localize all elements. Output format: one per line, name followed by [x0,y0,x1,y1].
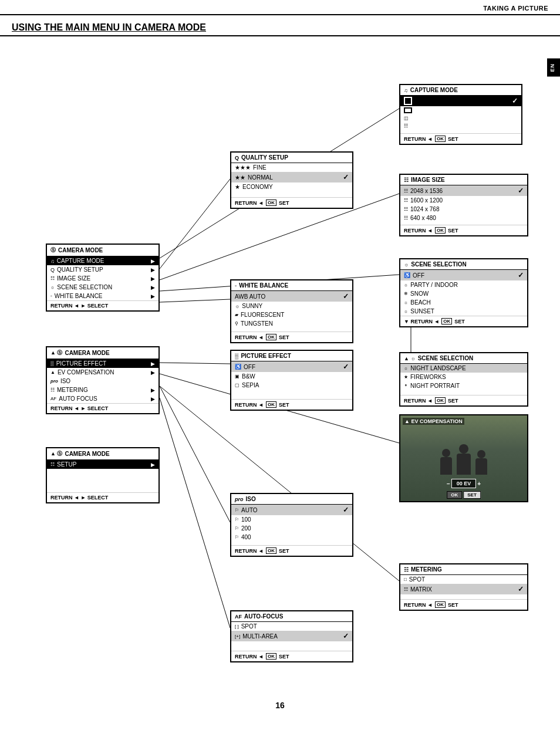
img-1600[interactable]: ☷ 1600 x 1200 [400,196,527,205]
img-1024[interactable]: ☷ 1024 x 768 [400,205,527,214]
quality-footer: RETURN ◄ OK SET [231,197,352,208]
cam1-item-quality[interactable]: Q QUALITY SETUP ▶ [47,265,158,274]
picture-effect-box: ▒ PICTURE EFFECT ♿ OFF ✓ ▣ B&W ▢ SEPIA R… [230,350,353,411]
cam2-footer: RETURN ◄ ► SELECT [47,403,158,413]
scene1-party[interactable]: ☼ PARTY / INDOOR [400,280,527,289]
ev-title: ▲ EV COMPENSATION [403,418,464,425]
quality-economy[interactable]: ★ ECONOMY [231,182,352,191]
pe-footer: RETURN ◄ OK SET [231,399,352,410]
wb-title: ◦ WHITE BALANCE [231,280,352,291]
cam2-item-metering[interactable]: ☷ METERING ▶ [47,386,158,394]
capture-mode-box: ♫ CAPTURE MODE ✓ ◫ ☷ RETURN ◄ OK SET [399,84,522,145]
af-spot[interactable]: [ ] SPOT [231,622,352,631]
image-size-box: ☷ IMAGE SIZE ☷ 2048 x 1536 ✓ ☷ 1600 x 12… [399,174,528,236]
camera-mode-1-box: Ⓢ CAMERA MODE ♫ CAPTURE MODE ▶ Q QUALITY… [46,244,160,312]
page-number: 16 [275,701,285,710]
wb-auto[interactable]: AWB AUTO ✓ [231,291,352,302]
top-bar: TAKING A PICTURE [0,0,560,15]
scene2-night[interactable]: ☼ NIGHT LANDSCAPE [400,364,527,373]
iso-box: pro ISO ⚐ AUTO ✓ ⚐ 100 ⚐ 200 ⚐ 400 RETUR… [230,493,353,557]
quality-normal[interactable]: ★★ NORMAL ✓ [231,172,352,182]
capture-item-4[interactable]: ☷ [400,122,521,130]
capture-item-2[interactable] [400,106,521,114]
scene2-title: ▲ ☼ SCENE SELECTION [400,353,527,364]
scene1-beach[interactable]: ☼ BEACH [400,298,527,307]
svg-line-7 [160,386,230,522]
svg-line-4 [160,299,230,302]
scene1-title: ☼ SCENE SELECTION [400,259,527,270]
scene1-sunset[interactable]: ☼ SUNSET [400,307,527,316]
ev-compensation-box: ▲ EV COMPENSATION − 00 EV + [399,414,528,502]
af-footer: RETURN ◄ OK SET [231,651,352,661]
af-title: AF AUTO-FOCUS [231,611,352,622]
camera-mode-1-title: Ⓢ CAMERA MODE [47,245,158,256]
quality-setup-box: Q QUALITY SETUP ★★★ FINE ★★ NORMAL ✓ ★ E… [230,151,353,209]
side-tab: EN [547,59,560,77]
img-footer: RETURN ◄ OK SET [400,225,527,235]
cam1-item-image[interactable]: ☷ IMAGE SIZE ▶ [47,274,158,283]
metering-footer: RETURN ◄ OK SET [400,599,527,610]
af-multi[interactable]: [+] MULTI-AREA ✓ [231,631,352,641]
capture-title: ♫ CAPTURE MODE [400,85,521,96]
iso-footer: RETURN ◄ OK SET [231,545,352,556]
wb-fluor[interactable]: ▰ FLUORESCENT [231,310,352,319]
wb-tungsten[interactable]: ⚲ TUNGSTEN [231,319,352,328]
capture-footer: RETURN ◄ OK SET [400,133,521,144]
svg-line-1 [160,179,230,269]
svg-line-5 [160,363,230,364]
camera-mode-2-box: ▲ Ⓢ CAMERA MODE ▒ PICTURE EFFECT ▶ ▲ EV … [46,346,160,414]
scene-sel-1-box: ☼ SCENE SELECTION ♿ OFF ✓ ☼ PARTY / INDO… [399,258,528,327]
camera-mode-3-title: ▲ Ⓢ CAMERA MODE [47,448,158,460]
iso-100[interactable]: ⚐ 100 [231,515,352,524]
pe-off[interactable]: ♿ OFF ✓ [231,361,352,372]
wb-sunny[interactable]: ☼ SUNNY [231,302,352,310]
pe-sepia[interactable]: ▢ SEPIA [231,381,352,390]
cam3-item-setup[interactable]: ☷ SETUP ▶ [47,460,158,469]
quality-fine[interactable]: ★★★ FINE [231,163,352,172]
cam3-footer: RETURN ◄ ► SELECT [47,492,158,502]
auto-focus-box: AF AUTO-FOCUS [ ] SPOT [+] MULTI-AREA ✓ … [230,610,353,662]
img-640[interactable]: ☷ 640 x 480 [400,214,527,222]
img-2048[interactable]: ☷ 2048 x 1536 ✓ [400,185,527,196]
cam2-item-iso[interactable]: pro ISO [47,377,158,386]
scene2-footer: RETURN ◄ OK SET [400,395,527,405]
scene2-fireworks[interactable]: ★ FIREWORKS [400,373,527,381]
metering-spot[interactable]: □ SPOT [400,575,527,584]
cam1-item-wb[interactable]: ◦ WHITE BALANCE ▶ [47,292,158,300]
scene1-footer: ▼ RETURN ◄ OK SET [400,316,527,326]
cam1-item-scene[interactable]: ☼ SCENE SELECTION ▶ [47,283,158,292]
cam1-item-capture[interactable]: ♫ CAPTURE MODE ▶ [47,256,158,265]
img-title: ☷ IMAGE SIZE [400,175,527,185]
cam2-item-ev[interactable]: ▲ EV COMPENSATION ▶ [47,368,158,377]
metering-title: ☷ METERING [400,564,527,575]
capture-item-3[interactable]: ◫ [400,114,521,122]
iso-title: pro ISO [231,494,352,505]
scene1-off[interactable]: ♿ OFF ✓ [400,270,527,280]
metering-box: ☷ METERING □ SPOT ☷ MATRIX ✓ RETURN ◄ OK… [399,563,528,611]
iso-200[interactable]: ⚐ 200 [231,524,352,533]
cam2-item-af[interactable]: AF AUTO FOCUS ▶ [47,394,158,403]
pe-title: ▒ PICTURE EFFECT [231,351,352,361]
camera-mode-3-box: ▲ Ⓢ CAMERA MODE ☷ SETUP ▶ RETURN ◄ ► SEL… [46,447,160,503]
cam1-footer: RETURN ◄ ► SELECT [47,300,158,310]
capture-item-1[interactable]: ✓ [400,96,521,106]
iso-auto[interactable]: ⚐ AUTO ✓ [231,505,352,515]
quality-title: Q QUALITY SETUP [231,153,352,163]
white-balance-box: ◦ WHITE BALANCE AWB AUTO ✓ ☼ SUNNY ▰ FLU… [230,279,353,343]
page-title: USING THE MAIN MENU IN CAMERA MODE [0,15,560,36]
ev-ok-btn[interactable]: OK [447,491,462,499]
scene-sel-2-box: ▲ ☼ SCENE SELECTION ☼ NIGHT LANDSCAPE ★ … [399,352,528,407]
scene2-portrait[interactable]: ⚬ NIGHT PORTRAIT [400,381,527,390]
pe-bw[interactable]: ▣ B&W [231,372,352,381]
scene1-snow[interactable]: ❄ SNOW [400,289,527,298]
metering-matrix[interactable]: ☷ MATRIX ✓ [400,584,527,594]
ev-set-btn[interactable]: SET [463,491,481,499]
iso-400[interactable]: ⚐ 400 [231,533,352,542]
cam2-item-pe[interactable]: ▒ PICTURE EFFECT ▶ [47,359,158,368]
camera-mode-2-title: ▲ Ⓢ CAMERA MODE [47,347,158,359]
svg-line-8 [160,398,230,628]
section-label: TAKING A PICTURE [483,5,548,12]
wb-footer: RETURN ◄ OK SET [231,332,352,342]
